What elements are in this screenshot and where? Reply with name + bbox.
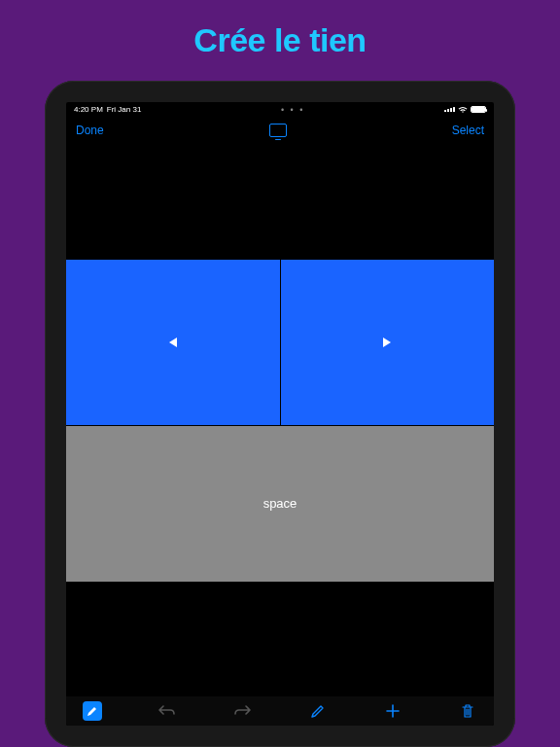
cellular-signal-icon <box>444 107 455 112</box>
left-arrow-pad[interactable] <box>66 260 280 425</box>
delete-button[interactable] <box>453 700 482 722</box>
ipad-screen: 4:20 PM Fri Jan 31 • • • Done Se <box>66 102 494 726</box>
edit-tool-button[interactable] <box>78 700 107 722</box>
space-label: space <box>263 496 298 511</box>
pencil-icon <box>83 701 102 721</box>
triangle-right-icon <box>383 338 391 347</box>
battery-icon <box>471 106 486 113</box>
status-bar: 4:20 PM Fri Jan 31 • • • <box>66 102 494 117</box>
status-date: Fri Jan 31 <box>107 105 142 114</box>
draw-button[interactable] <box>303 700 332 722</box>
navigation-bar: Done Select <box>66 117 494 144</box>
bottom-toolbar <box>66 696 494 726</box>
display-icon[interactable] <box>269 124 287 137</box>
select-button[interactable]: Select <box>452 124 484 137</box>
status-time: 4:20 PM <box>74 105 103 114</box>
undo-button[interactable] <box>153 700 182 722</box>
redo-icon <box>233 704 251 718</box>
right-arrow-pad[interactable] <box>281 260 495 425</box>
pencil-outline-icon <box>310 703 326 719</box>
editor-canvas: space <box>66 144 494 696</box>
plus-icon <box>385 703 401 719</box>
ipad-device-frame: 4:20 PM Fri Jan 31 • • • Done Se <box>45 81 515 747</box>
space-bar-pad[interactable]: space <box>66 426 494 582</box>
wifi-icon <box>458 106 468 114</box>
add-button[interactable] <box>378 700 407 722</box>
trash-icon <box>461 703 474 719</box>
triangle-left-icon <box>169 338 177 347</box>
promo-headline: Crée le tien <box>193 21 366 59</box>
redo-button[interactable] <box>228 700 257 722</box>
undo-icon <box>158 704 176 718</box>
multitask-dots-icon: • • • <box>141 105 444 115</box>
done-button[interactable]: Done <box>76 124 104 137</box>
